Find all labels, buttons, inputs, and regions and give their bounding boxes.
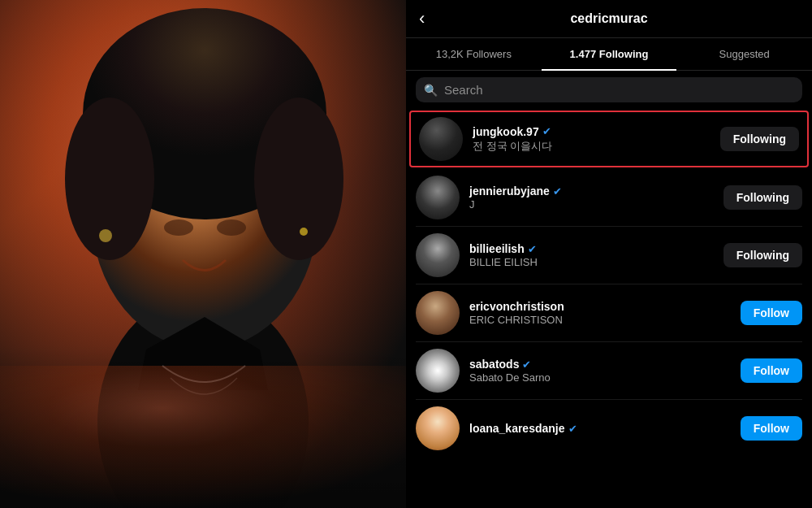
verified-badge-billie: ✔ — [528, 243, 537, 255]
ig-header: ‹ cedricmurac — [406, 0, 812, 38]
user-bio-eric: ERIC CHRISTISON — [469, 314, 731, 326]
verified-badge-jungkook: ✔ — [542, 125, 551, 137]
tab-following[interactable]: 1.477 Following — [542, 38, 677, 70]
user-bio-jennie: J — [469, 198, 714, 211]
following-button-jennie[interactable]: Following — [723, 185, 802, 210]
user-row-jennie: jennierubyj​ane✔JFollowing — [406, 169, 812, 226]
svg-point-5 — [254, 98, 343, 260]
verified-badge-loana: ✔ — [568, 423, 577, 435]
following-button-jungkook[interactable]: Following — [720, 127, 799, 151]
avatar-jungkook — [419, 117, 463, 161]
user-info-jennie: jennierubyj​ane✔J — [469, 185, 714, 211]
search-input[interactable] — [444, 83, 794, 97]
user-handle-billie: billieeilish — [469, 242, 525, 255]
svg-point-6 — [164, 219, 193, 236]
user-info-loana: loana_karesdanje✔ — [469, 422, 731, 435]
follow-button-sabato[interactable]: Follow — [741, 358, 802, 383]
profile-username: cedricmurac — [570, 11, 647, 26]
tab-suggested[interactable]: Suggested — [676, 38, 812, 70]
verified-badge-sabato: ✔ — [522, 358, 531, 371]
profile-photo-panel — [0, 0, 406, 508]
user-row-loana: loana_karesdanje✔Follow — [406, 400, 812, 457]
search-container: 🔍 — [406, 71, 812, 109]
user-bio-jungkook: 전 정국 이을시다 — [473, 139, 710, 154]
follow-button-loana[interactable]: Follow — [741, 416, 802, 441]
user-handle-loana: loana_karesdanje — [469, 422, 565, 435]
avatar-billie — [416, 233, 460, 277]
following-list: jungkook.97✔전 정국 이을시다Followingjennieruby… — [406, 109, 812, 508]
user-bio-billie: BILLIE EILISH — [469, 256, 714, 268]
tabs-bar: 13,2K Followers 1.477 Following Suggeste… — [406, 38, 812, 71]
user-row-eric: ericvonchristisonERIC CHRISTISONFollow — [406, 284, 812, 341]
user-bio-sabato: Sabato De Sarno — [469, 371, 731, 384]
tab-followers[interactable]: 13,2K Followers — [406, 38, 542, 70]
back-button[interactable]: ‹ — [419, 8, 425, 29]
user-row-jungkook: jungkook.97✔전 정국 이을시다Following — [409, 111, 809, 167]
verified-badge-jennie: ✔ — [553, 185, 562, 198]
avatar-loana — [416, 406, 460, 450]
user-row-billie: billieeilish✔BILLIE EILISHFollowing — [406, 227, 812, 284]
user-info-billie: billieeilish✔BILLIE EILISH — [469, 242, 714, 268]
svg-point-9 — [300, 228, 308, 236]
follow-button-eric[interactable]: Follow — [741, 301, 802, 325]
user-info-sabato: sabatods✔Sabato De Sarno — [469, 358, 731, 384]
user-handle-jungkook: jungkook.97 — [473, 125, 539, 138]
user-handle-jennie: jennierubyj​ane — [469, 185, 550, 198]
avatar-sabato — [416, 349, 460, 393]
svg-point-7 — [217, 219, 246, 236]
user-info-eric: ericvonchristisonERIC CHRISTISON — [469, 300, 731, 326]
avatar-eric — [416, 291, 460, 335]
following-button-billie[interactable]: Following — [723, 243, 802, 267]
user-handle-sabato: sabatods — [469, 358, 519, 371]
search-icon: 🔍 — [424, 84, 438, 97]
avatar-jennie — [416, 176, 460, 219]
user-row-sabato: sabatods✔Sabato De SarnoFollow — [406, 342, 812, 399]
svg-point-8 — [99, 229, 112, 242]
instagram-panel: ‹ cedricmurac 13,2K Followers 1.477 Foll… — [406, 0, 812, 508]
user-info-jungkook: jungkook.97✔전 정국 이을시다 — [473, 125, 710, 154]
user-handle-eric: ericvonchristison — [469, 300, 564, 313]
